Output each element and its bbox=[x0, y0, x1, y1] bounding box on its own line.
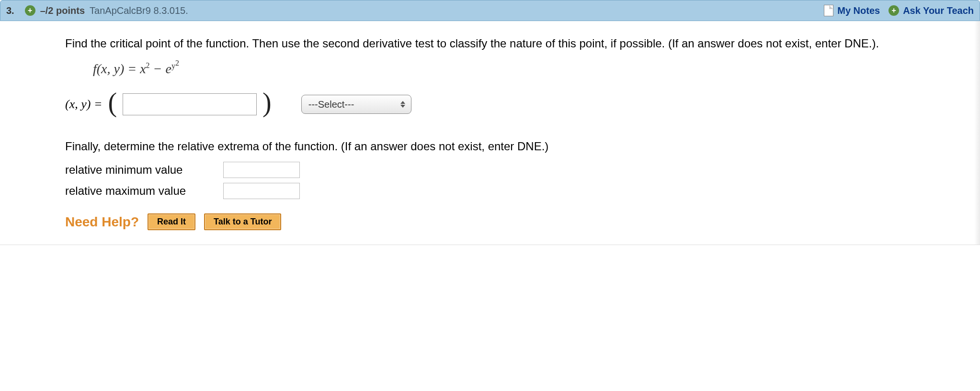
question-number: 3. bbox=[6, 5, 14, 16]
notes-icon[interactable] bbox=[824, 5, 833, 16]
question-body: Find the critical point of the function.… bbox=[0, 21, 980, 245]
rel-max-row: relative maximum value bbox=[65, 183, 966, 199]
close-paren: ) bbox=[262, 89, 272, 116]
question-container: 3. + –/2 points TanApCalcBr9 8.3.015. My… bbox=[0, 0, 980, 245]
question-header: 3. + –/2 points TanApCalcBr9 8.3.015. My… bbox=[0, 0, 980, 21]
question-prompt: Find the critical point of the function.… bbox=[65, 34, 956, 53]
right-shadow bbox=[974, 21, 980, 245]
function-formula: f(x, y) = x2 − ey2 bbox=[93, 58, 966, 77]
xy-label: (x, y) = bbox=[65, 97, 102, 112]
open-paren: ( bbox=[108, 89, 117, 116]
expand-icon[interactable]: + bbox=[25, 5, 35, 16]
rel-max-label: relative maximum value bbox=[65, 184, 223, 198]
ask-teacher-link[interactable]: Ask Your Teach bbox=[903, 5, 974, 16]
plus-icon[interactable]: + bbox=[889, 5, 899, 16]
select-value: ---Select--- bbox=[308, 99, 354, 110]
critical-point-row: (x, y) = ( ) ---Select--- bbox=[65, 91, 966, 118]
classification-select[interactable]: ---Select--- bbox=[301, 95, 411, 114]
rel-min-input[interactable] bbox=[223, 162, 300, 178]
question-source: TanApCalcBr9 8.3.015. bbox=[90, 5, 188, 16]
talk-to-tutor-button[interactable]: Talk to a Tutor bbox=[204, 213, 281, 230]
rel-max-input[interactable] bbox=[223, 183, 300, 199]
critical-point-input[interactable] bbox=[123, 93, 257, 115]
my-notes-link[interactable]: My Notes bbox=[837, 5, 880, 16]
need-help-label: Need Help? bbox=[65, 214, 139, 230]
rel-min-label: relative minimum value bbox=[65, 163, 223, 177]
points-label: –/2 points bbox=[40, 5, 85, 16]
read-it-button[interactable]: Read It bbox=[148, 213, 195, 230]
extrema-prompt: Finally, determine the relative extrema … bbox=[65, 140, 966, 153]
rel-min-row: relative minimum value bbox=[65, 162, 966, 178]
help-row: Need Help? Read It Talk to a Tutor bbox=[65, 213, 966, 230]
chevron-updown-icon bbox=[400, 101, 405, 108]
